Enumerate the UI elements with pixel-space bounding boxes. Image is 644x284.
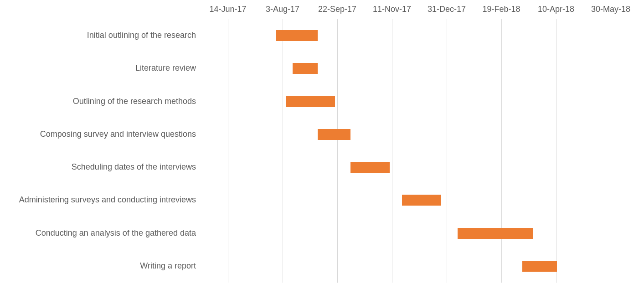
y-axis-category-label: Writing a report (140, 261, 196, 271)
gantt-bar (402, 195, 441, 206)
y-axis-category-label: Literature review (135, 63, 196, 73)
gridline (337, 19, 338, 283)
plot-area (201, 19, 638, 283)
gantt-bar (293, 63, 318, 74)
gantt-bar (350, 162, 390, 173)
gantt-chart: 14-Jun-173-Aug-1722-Sep-1711-Nov-1731-De… (0, 0, 644, 284)
gridline (556, 19, 556, 283)
gantt-bar (286, 96, 335, 107)
gridline (611, 19, 611, 283)
gridline (228, 19, 228, 283)
x-axis-tick-label: 14-Jun-17 (209, 5, 246, 14)
gantt-bar (276, 30, 318, 41)
y-axis-category-label: Administering surveys and conducting int… (19, 195, 196, 205)
x-axis-tick-label: 19-Feb-18 (482, 5, 520, 14)
gridline (501, 19, 502, 283)
y-axis-category-label: Conducting an analysis of the gathered d… (36, 228, 196, 238)
x-axis-tick-label: 31-Dec-17 (428, 5, 466, 14)
gridline (447, 19, 447, 283)
y-axis-category-label: Composing survey and interview questions (40, 129, 196, 139)
x-axis-tick-label: 22-Sep-17 (318, 5, 356, 14)
x-axis-tick-label: 11-Nov-17 (373, 5, 411, 14)
x-axis-tick-label: 10-Apr-18 (538, 5, 574, 14)
x-axis-tick-label: 3-Aug-17 (266, 5, 299, 14)
gantt-bar (318, 129, 350, 140)
y-axis-category-label: Initial outlining of the research (87, 31, 196, 40)
x-axis-tick-label: 30-May-18 (591, 5, 630, 14)
gridline (392, 19, 392, 283)
gridline (283, 19, 283, 283)
gantt-bar (522, 261, 557, 272)
y-axis-category-label: Outlining of the research methods (73, 97, 196, 106)
y-axis-category-label: Scheduling dates of the interviews (72, 162, 196, 172)
gantt-bar (458, 228, 533, 239)
